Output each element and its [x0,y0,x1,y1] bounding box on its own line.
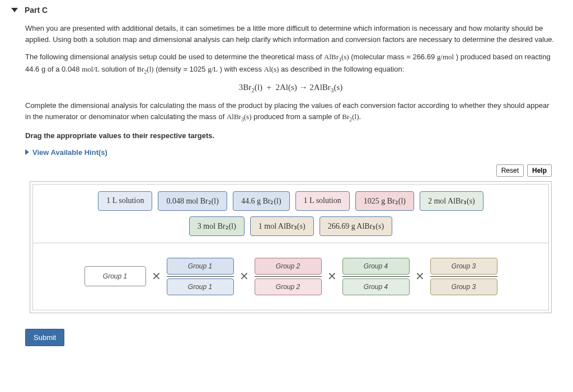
pool-row-2: 3 mol Br₂(l) 1 mol AlBr₃(s) 266.69 g AlB… [189,216,392,236]
target-single-group1[interactable]: Group 1 [84,266,146,286]
chip-1025g-br2[interactable]: 1025 g Br₂(l) [355,191,414,211]
fraction-group-3: Group 3 Group 3 [430,258,497,295]
hints-label: View Available Hint(s) [32,148,107,157]
target-g1-bot[interactable]: Group 1 [167,278,234,295]
fraction-line [430,276,497,277]
reset-button[interactable]: Reset [496,164,524,177]
submit-button[interactable]: Submit [25,329,64,346]
expand-icon [25,149,29,155]
chip-0048-mol-br2[interactable]: 0.048 mol Br₂(l) [158,191,227,211]
target-g1-top[interactable]: Group 1 [167,258,234,275]
help-button[interactable]: Help [527,164,552,177]
chip-446g-br2[interactable]: 44.6 g Br₂(l) [233,191,290,211]
view-hints-toggle[interactable]: View Available Hint(s) [25,148,556,157]
target-g3-top[interactable]: Group 3 [430,258,497,275]
multiply-icon: ✕ [152,270,161,283]
toolbar: Reset Help [25,162,556,181]
target-g2-top[interactable]: Group 2 [255,258,322,275]
target-g4-top[interactable]: Group 4 [342,258,410,275]
chip-1mol-albr3[interactable]: 1 mol AlBr₃(s) [250,216,314,236]
target-g3-bot[interactable]: Group 3 [430,278,497,295]
collapse-icon [11,8,18,12]
target-g2-bot[interactable]: Group 2 [255,278,322,295]
chip-pool: 1 L solution 0.048 mol Br₂(l) 44.6 g Br₂… [32,184,549,243]
chip-1l-solution-b[interactable]: 1 L solution [295,191,350,211]
part-header[interactable]: Part C [0,0,573,17]
chip-1l-solution-a[interactable]: 1 L solution [98,191,152,211]
multiply-icon: ✕ [239,270,249,283]
fraction-line [342,276,410,277]
multiply-icon: ✕ [327,270,337,283]
fraction-group-1: Group 1 Group 1 [167,258,234,295]
chip-26669g-albr3[interactable]: 266.69 g AlBr₃(s) [320,216,393,236]
fraction-group-4: Group 4 Group 4 [342,258,410,295]
multiply-icon: ✕ [415,270,425,283]
chip-3mol-br2[interactable]: 3 mol Br₂(l) [189,216,245,236]
workspace: 1 L solution 0.048 mol Br₂(l) 44.6 g Br₂… [30,181,552,313]
content-area: When you are presented with additional d… [0,17,573,319]
submit-row: Submit [0,319,573,352]
chip-2mol-albr3[interactable]: 2 mol AlBr₃(s) [420,191,483,211]
fraction-line [167,276,234,277]
fraction-group-2: Group 2 Group 2 [255,258,322,295]
fraction-line [255,276,322,277]
chemical-equation: 3Br2(l) + 2Al(s) → 2AlBr3(s) [25,83,556,93]
target-g4-bot[interactable]: Group 4 [342,278,410,295]
drag-instruction: Drag the appropriate values to their res… [25,130,556,141]
instruction-paragraph: Complete the dimensional analysis for ca… [25,100,556,124]
part-title: Part C [25,6,48,15]
pool-row-1: 1 L solution 0.048 mol Br₂(l) 44.6 g Br₂… [98,191,483,211]
drop-targets: Group 1 ✕ Group 1 Group 1 ✕ Group 2 Grou… [32,243,549,310]
intro-paragraph: When you are presented with additional d… [25,23,556,45]
setup-paragraph: The following dimensional analysis setup… [25,51,556,76]
